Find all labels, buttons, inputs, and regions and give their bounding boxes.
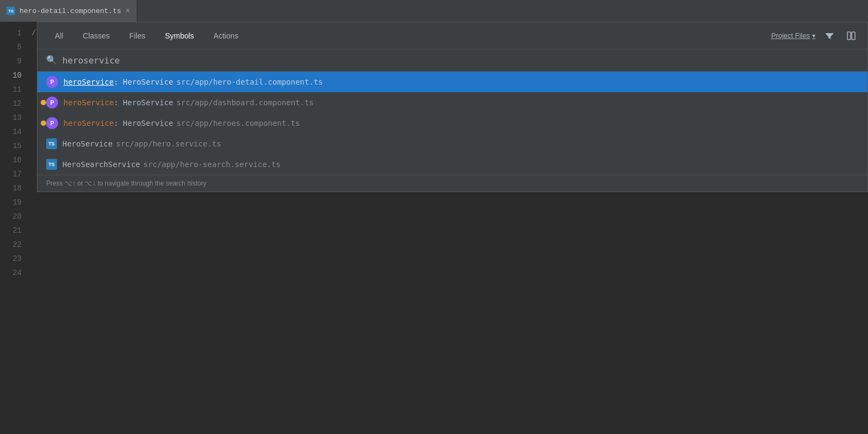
search-input[interactable] — [62, 55, 859, 66]
result-icon-0: P — [46, 76, 58, 88]
result-text-2: heroService: HeroServicesrc/app/heroes.c… — [63, 119, 859, 127]
result-icon-2: P — [46, 117, 58, 129]
tab-close-button[interactable]: × — [125, 7, 130, 15]
tab-all[interactable]: All — [46, 28, 72, 43]
line-num-15: 15 — [12, 139, 22, 153]
ts-icon-4: TS — [46, 159, 57, 170]
result-item-2[interactable]: P heroService: HeroServicesrc/app/heroes… — [37, 113, 867, 133]
line-num-14: 14 — [12, 125, 22, 139]
tab-filename: hero-detail.component.ts — [20, 7, 121, 15]
result-text-3: HeroServicesrc/app/hero.service.ts — [62, 139, 859, 148]
line-num-5: 5 — [17, 40, 22, 54]
result-item-3[interactable]: TS HeroServicesrc/app/hero.service.ts — [37, 133, 867, 154]
search-input-area: 🔍 — [37, 49, 867, 72]
gutter-dot-2 — [41, 120, 46, 126]
line-num-10: 10 — [12, 68, 22, 82]
result-text-0: heroService: HeroServicesrc/app/hero-det… — [63, 78, 859, 86]
search-tab-bar: All Classes Files Symbols Actions Projec… — [37, 22, 867, 49]
line-num-18: 18 — [12, 181, 22, 195]
filter-icon-btn[interactable] — [822, 28, 837, 43]
line-num-9: 9 — [17, 54, 22, 68]
search-status-bar: Press ⌥↑ or ⌥↓ to navigate through the s… — [37, 175, 867, 192]
line-num-11: 11 — [12, 82, 22, 97]
line-num-21: 21 — [12, 224, 22, 238]
result-item-0[interactable]: P heroService: HeroServicesrc/app/hero-d… — [37, 72, 867, 92]
line-num-1: 1 — [17, 26, 22, 40]
line-numbers: 1 5 9 10 11 12 13 14 15 16 17 18 19 20 2… — [0, 22, 27, 434]
result-text-1: heroService: HeroServicesrc/app/dashboar… — [63, 98, 859, 107]
search-tab-right-controls: Project Files ▾ — [771, 28, 859, 43]
line-num-22: 22 — [12, 238, 22, 252]
line-num-13: 13 — [12, 111, 22, 125]
project-files-label: Project Files — [771, 31, 810, 40]
chevron-down-icon: ▾ — [812, 32, 815, 40]
active-tab[interactable]: TS hero-detail.component.ts × — [0, 0, 137, 22]
svg-rect-0 — [847, 32, 851, 40]
search-hint-text: Press ⌥↑ or ⌥↓ to navigate through the s… — [46, 180, 206, 187]
search-overlay: All Classes Files Symbols Actions Projec… — [37, 22, 868, 192]
line-num-24: 24 — [12, 266, 22, 280]
svg-rect-1 — [852, 32, 855, 40]
gutter-dot-1 — [41, 100, 46, 105]
tab-bar: TS hero-detail.component.ts × — [0, 0, 868, 22]
result-text-4: HeroSearchServicesrc/app/hero-search.ser… — [62, 160, 859, 169]
line-num-17: 17 — [12, 167, 22, 181]
tab-files[interactable]: Files — [120, 28, 154, 43]
result-item-4[interactable]: TS HeroSearchServicesrc/app/hero-search.… — [37, 154, 867, 175]
line-num-19: 19 — [12, 195, 22, 209]
filter-icon — [825, 31, 834, 40]
layout-icon-btn[interactable] — [844, 28, 859, 43]
result-item-1[interactable]: P heroService: HeroServicesrc/app/dashbo… — [37, 92, 867, 113]
ts-file-icon: TS — [7, 7, 15, 15]
layout-icon — [847, 31, 856, 40]
tab-symbols[interactable]: Symbols — [156, 28, 203, 43]
search-magnifier-icon: 🔍 — [46, 55, 57, 66]
tab-actions[interactable]: Actions — [205, 28, 247, 43]
line-num-16: 16 — [12, 153, 22, 167]
line-num-12: 12 — [12, 97, 22, 111]
tab-classes[interactable]: Classes — [74, 28, 119, 43]
line-num-23: 23 — [12, 252, 22, 266]
result-icon-1: P — [46, 97, 58, 108]
line-num-20: 20 — [12, 209, 22, 224]
results-list: P heroService: HeroServicesrc/app/hero-d… — [37, 72, 867, 175]
project-files-dropdown[interactable]: Project Files ▾ — [771, 31, 815, 40]
ts-icon-3: TS — [46, 138, 57, 149]
